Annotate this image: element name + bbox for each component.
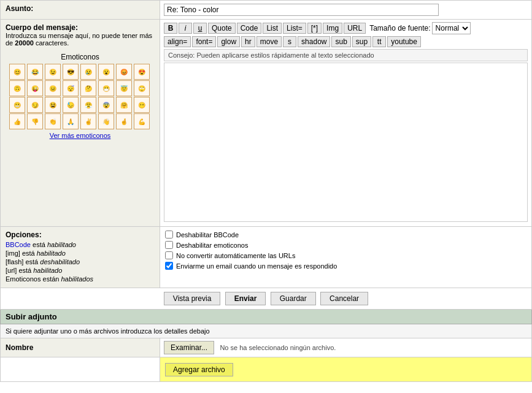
emoticon-14[interactable]: 😇 bbox=[116, 80, 132, 96]
checkbox-label-0: Deshabilitar BBCode bbox=[176, 231, 239, 238]
bottom-right-cell: Agregar archivo bbox=[160, 357, 532, 382]
preview-button[interactable]: Vista previa bbox=[164, 292, 220, 305]
toolbar-btn-sub[interactable]: sub bbox=[331, 36, 350, 47]
message-textarea[interactable] bbox=[164, 63, 528, 222]
emoticon-28[interactable]: ✌️ bbox=[80, 113, 96, 129]
img-line: [img] está habilitado bbox=[6, 250, 155, 257]
emoticon-4[interactable]: 😢 bbox=[80, 64, 96, 80]
toolbar-btn-list[interactable]: List bbox=[263, 23, 282, 34]
emoticonos-line: Emoticonos están habilitados bbox=[6, 275, 155, 283]
toolbar-btn-font[interactable]: font= bbox=[192, 36, 216, 47]
toolbar-btn-code[interactable]: Code bbox=[237, 23, 262, 34]
url-val: habilitado bbox=[33, 267, 62, 274]
toolbar-btn-list[interactable]: List= bbox=[283, 23, 306, 34]
emoticon-12[interactable]: 🤔 bbox=[80, 80, 96, 96]
bbcode-val: habilitado bbox=[47, 241, 76, 248]
emoticon-1[interactable]: 😂 bbox=[27, 64, 43, 80]
toolbar-btn-img[interactable]: Img bbox=[323, 23, 342, 34]
examinar-button[interactable]: Examinar... bbox=[164, 341, 214, 354]
asunto-label-cell: Asunto: bbox=[1, 1, 160, 20]
emoticon-3[interactable]: 😎 bbox=[63, 64, 79, 80]
checkbox-2[interactable] bbox=[165, 251, 173, 259]
emoticon-31[interactable]: 💪 bbox=[134, 113, 150, 129]
font-size-label: Tamaño de fuente: bbox=[369, 24, 430, 32]
toolbar-btn-s[interactable]: s bbox=[283, 36, 296, 47]
consejo-bar: Consejo: Pueden aplicarse estilos rápida… bbox=[164, 49, 528, 61]
emoticon-20[interactable]: 😤 bbox=[80, 97, 96, 113]
emoticon-11[interactable]: 😴 bbox=[63, 80, 79, 96]
checkbox-3[interactable] bbox=[165, 262, 173, 270]
checkbox-label-1: Deshabilitar emoticonos bbox=[176, 242, 248, 249]
asunto-label: Asunto: bbox=[6, 4, 33, 13]
file-cell: Examinar... No se ha seleccionado ningún… bbox=[160, 338, 532, 357]
bbcode-link[interactable]: BBCode bbox=[6, 241, 31, 248]
checkbox-label-2: No convertir automáticamente las URLs bbox=[176, 252, 295, 259]
toolbar-btn-url[interactable]: URL bbox=[344, 23, 366, 34]
toolbar-btn-quote[interactable]: Quote bbox=[208, 23, 236, 34]
toolbar-btn-glow[interactable]: glow bbox=[217, 36, 240, 47]
emoticon-5[interactable]: 😮 bbox=[98, 64, 114, 80]
toolbar-btn-i[interactable]: i bbox=[179, 23, 192, 34]
emoticon-7[interactable]: 😍 bbox=[134, 64, 150, 80]
checkbox-label-3: Enviarme un email cuando un mensaje es r… bbox=[176, 262, 337, 270]
nombre-label-cell: Nombre bbox=[1, 338, 160, 357]
toolbar-btn-b[interactable]: B bbox=[164, 23, 177, 34]
emoticon-27[interactable]: 🙏 bbox=[63, 113, 79, 129]
url-line: [url] está habilitado bbox=[6, 267, 155, 274]
toolbar-btn-sup[interactable]: sup bbox=[352, 36, 371, 47]
bbcode-line: BBCode está habilitado bbox=[6, 241, 155, 248]
agregar-archivo-button[interactable]: Agregar archivo bbox=[165, 363, 233, 376]
asunto-input[interactable] bbox=[164, 4, 439, 16]
toolbar-btn-align[interactable]: align= bbox=[164, 36, 191, 47]
enviar-button[interactable]: Enviar bbox=[225, 292, 266, 305]
cancelar-button[interactable]: Cancelar bbox=[320, 292, 368, 305]
emoticon-23[interactable]: 😶 bbox=[134, 97, 150, 113]
emoticon-8[interactable]: 🙃 bbox=[9, 80, 25, 96]
cuerpo-content-cell: BiuQuoteCodeListList=[*]ImgURLTamaño de … bbox=[160, 20, 532, 227]
toolbar-btn-hr[interactable]: hr bbox=[241, 36, 255, 47]
no-file-text: No se ha seleccionado ningún archivo. bbox=[220, 344, 336, 351]
img-val: habilitado bbox=[37, 250, 66, 257]
checkbox-1[interactable] bbox=[165, 241, 173, 249]
toolbar-btn-[interactable]: [*] bbox=[307, 23, 322, 34]
emoticon-19[interactable]: 😓 bbox=[63, 97, 79, 113]
cuerpo-desc: Introduzca su mensaje aquí, no puede ten… bbox=[6, 32, 155, 47]
toolbar-btn-shadow[interactable]: shadow bbox=[298, 36, 330, 47]
emoticon-25[interactable]: 👎 bbox=[27, 113, 43, 129]
emoticon-0[interactable]: 😊 bbox=[9, 64, 25, 80]
emoticon-13[interactable]: 😷 bbox=[98, 80, 114, 96]
toolbar-btn-u[interactable]: u bbox=[193, 23, 207, 34]
opciones-right-cell: Deshabilitar BBCodeDeshabilitar emoticon… bbox=[160, 227, 532, 288]
emoticon-9[interactable]: 😜 bbox=[27, 80, 43, 96]
ver-mas-emoticonos[interactable]: Ver más emoticonos bbox=[6, 132, 155, 139]
font-size-select[interactable]: Normal bbox=[432, 22, 471, 34]
guardar-button[interactable]: Guardar bbox=[271, 292, 316, 305]
emoticonos-val: habilitados bbox=[61, 275, 94, 283]
emoticon-30[interactable]: 🤞 bbox=[116, 113, 132, 129]
emoticon-2[interactable]: 😉 bbox=[45, 64, 61, 80]
emoticons-grid: 😊😂😉😎😢😮😡😍🙃😜😐😴🤔😷😇🙄😬😏😫😓😤😨🤗😶👍👎👏🙏✌️👋🤞💪 bbox=[6, 64, 155, 129]
emoticon-10[interactable]: 😐 bbox=[45, 80, 61, 96]
subir-desc: Si quiere adjuntar uno o más archivos in… bbox=[1, 324, 532, 338]
toolbar-btn-move[interactable]: move bbox=[256, 36, 282, 47]
emoticon-6[interactable]: 😡 bbox=[116, 64, 132, 80]
emoticon-15[interactable]: 🙄 bbox=[134, 80, 150, 96]
emoticon-17[interactable]: 😏 bbox=[27, 97, 43, 113]
emoticon-22[interactable]: 🤗 bbox=[116, 97, 132, 113]
flash-line: [flash] está deshabilitado bbox=[6, 258, 155, 265]
emoticon-16[interactable]: 😬 bbox=[9, 97, 25, 113]
emoticons-section: Emoticonos 😊😂😉😎😢😮😡😍🙃😜😐😴🤔😷😇🙄😬😏😫😓😤😨🤗😶👍👎👏🙏✌… bbox=[6, 53, 155, 139]
cuerpo-label: Cuerpo del mensaje: bbox=[6, 23, 155, 32]
emoticon-18[interactable]: 😫 bbox=[45, 97, 61, 113]
toolbar-row1: BiuQuoteCodeListList=[*]ImgURLTamaño de … bbox=[164, 22, 528, 34]
emoticon-29[interactable]: 👋 bbox=[98, 113, 114, 129]
flash-val: deshabilitado bbox=[40, 258, 80, 265]
emoticon-26[interactable]: 👏 bbox=[45, 113, 61, 129]
asunto-content-cell bbox=[160, 1, 532, 20]
toolbar-btn-tt[interactable]: tt bbox=[372, 36, 386, 47]
toolbar-btn-youtube[interactable]: youtube bbox=[387, 36, 421, 47]
emoticon-24[interactable]: 👍 bbox=[9, 113, 25, 129]
emoticon-21[interactable]: 😨 bbox=[98, 97, 114, 113]
checkbox-0[interactable] bbox=[165, 231, 173, 238]
checkbox-line-2: No convertir automáticamente las URLs bbox=[165, 251, 526, 259]
